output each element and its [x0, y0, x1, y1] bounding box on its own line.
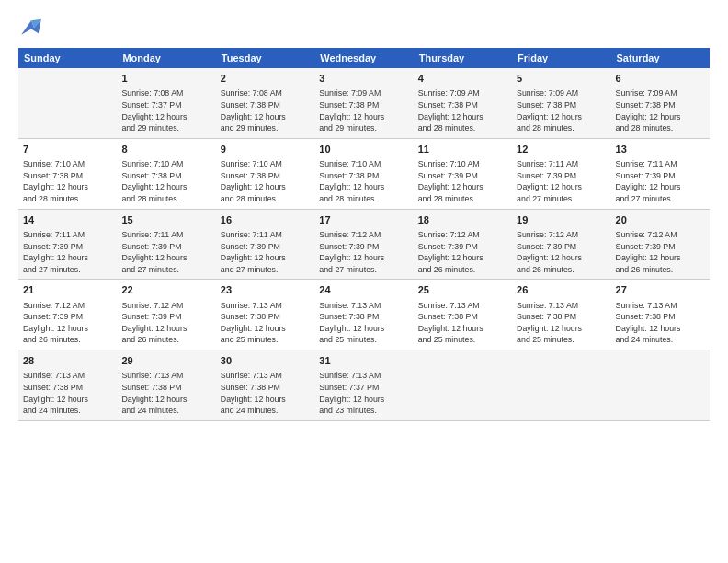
calendar-table: SundayMondayTuesdayWednesdayThursdayFrid…	[18, 48, 710, 421]
day-info: Sunrise: 7:10 AMSunset: 7:38 PMDaylight:…	[319, 159, 384, 203]
day-number: 18	[418, 213, 507, 227]
day-cell: 18Sunrise: 7:12 AMSunset: 7:39 PMDayligh…	[414, 209, 512, 280]
weekday-header-thursday: Thursday	[414, 48, 512, 68]
day-info: Sunrise: 7:13 AMSunset: 7:38 PMDaylight:…	[418, 301, 483, 345]
generalblue-logo-icon	[18, 15, 44, 40]
day-cell: 2Sunrise: 7:08 AMSunset: 7:38 PMDaylight…	[216, 68, 314, 138]
day-cell	[414, 350, 512, 421]
day-cell: 9Sunrise: 7:10 AMSunset: 7:38 PMDaylight…	[216, 138, 314, 209]
day-number: 6	[616, 72, 705, 86]
day-cell: 17Sunrise: 7:12 AMSunset: 7:39 PMDayligh…	[314, 209, 413, 280]
day-cell: 4Sunrise: 7:09 AMSunset: 7:38 PMDaylight…	[414, 68, 512, 138]
day-cell: 3Sunrise: 7:09 AMSunset: 7:38 PMDaylight…	[314, 68, 413, 138]
day-number: 5	[517, 72, 606, 86]
day-info: Sunrise: 7:11 AMSunset: 7:39 PMDaylight:…	[517, 159, 582, 203]
day-info: Sunrise: 7:08 AMSunset: 7:38 PMDaylight:…	[221, 88, 286, 132]
day-cell: 28Sunrise: 7:13 AMSunset: 7:38 PMDayligh…	[18, 350, 117, 421]
day-cell: 5Sunrise: 7:09 AMSunset: 7:38 PMDaylight…	[512, 68, 610, 138]
day-cell: 30Sunrise: 7:13 AMSunset: 7:38 PMDayligh…	[216, 350, 314, 421]
day-info: Sunrise: 7:11 AMSunset: 7:39 PMDaylight:…	[616, 159, 681, 203]
page: SundayMondayTuesdayWednesdayThursdayFrid…	[0, 0, 728, 563]
day-info: Sunrise: 7:13 AMSunset: 7:38 PMDaylight:…	[23, 371, 88, 415]
day-info: Sunrise: 7:12 AMSunset: 7:39 PMDaylight:…	[23, 301, 88, 345]
day-cell: 31Sunrise: 7:13 AMSunset: 7:37 PMDayligh…	[314, 350, 413, 421]
day-number: 9	[221, 143, 310, 156]
day-number: 20	[616, 213, 705, 227]
day-number: 17	[319, 213, 408, 227]
day-info: Sunrise: 7:10 AMSunset: 7:38 PMDaylight:…	[23, 159, 88, 203]
day-number: 24	[319, 283, 408, 297]
day-number: 23	[221, 283, 310, 297]
day-cell: 24Sunrise: 7:13 AMSunset: 7:38 PMDayligh…	[314, 280, 413, 350]
day-number: 25	[418, 283, 507, 297]
day-number: 7	[23, 143, 112, 156]
day-info: Sunrise: 7:08 AMSunset: 7:37 PMDaylight:…	[121, 88, 187, 132]
week-row-2: 7Sunrise: 7:10 AMSunset: 7:38 PMDaylight…	[18, 138, 710, 209]
day-info: Sunrise: 7:11 AMSunset: 7:39 PMDaylight:…	[23, 230, 88, 274]
day-cell: 10Sunrise: 7:10 AMSunset: 7:38 PMDayligh…	[314, 138, 413, 209]
day-info: Sunrise: 7:09 AMSunset: 7:38 PMDaylight:…	[616, 88, 681, 132]
day-info: Sunrise: 7:12 AMSunset: 7:39 PMDaylight:…	[517, 230, 582, 274]
day-number: 26	[517, 283, 606, 297]
day-number: 11	[418, 143, 507, 156]
week-row-4: 21Sunrise: 7:12 AMSunset: 7:39 PMDayligh…	[18, 280, 710, 350]
day-cell: 11Sunrise: 7:10 AMSunset: 7:39 PMDayligh…	[414, 138, 512, 209]
day-number: 28	[23, 354, 112, 368]
day-cell: 15Sunrise: 7:11 AMSunset: 7:39 PMDayligh…	[117, 209, 215, 280]
day-cell: 16Sunrise: 7:11 AMSunset: 7:39 PMDayligh…	[216, 209, 314, 280]
day-info: Sunrise: 7:11 AMSunset: 7:39 PMDaylight:…	[121, 230, 187, 274]
day-number: 19	[517, 213, 606, 227]
day-info: Sunrise: 7:12 AMSunset: 7:39 PMDaylight:…	[319, 230, 384, 274]
logo	[18, 15, 48, 40]
day-info: Sunrise: 7:09 AMSunset: 7:38 PMDaylight:…	[418, 88, 483, 132]
week-row-1: 1Sunrise: 7:08 AMSunset: 7:37 PMDaylight…	[18, 68, 710, 138]
day-cell: 19Sunrise: 7:12 AMSunset: 7:39 PMDayligh…	[512, 209, 610, 280]
day-cell: 25Sunrise: 7:13 AMSunset: 7:38 PMDayligh…	[414, 280, 512, 350]
day-info: Sunrise: 7:12 AMSunset: 7:39 PMDaylight:…	[616, 230, 681, 274]
day-number: 30	[221, 354, 310, 368]
weekday-header-friday: Friday	[512, 48, 610, 68]
day-info: Sunrise: 7:13 AMSunset: 7:37 PMDaylight:…	[319, 371, 384, 415]
day-info: Sunrise: 7:12 AMSunset: 7:39 PMDaylight:…	[418, 230, 483, 274]
day-info: Sunrise: 7:13 AMSunset: 7:38 PMDaylight:…	[616, 301, 681, 345]
day-cell: 20Sunrise: 7:12 AMSunset: 7:39 PMDayligh…	[611, 209, 710, 280]
day-number: 31	[319, 354, 408, 368]
week-row-3: 14Sunrise: 7:11 AMSunset: 7:39 PMDayligh…	[18, 209, 710, 280]
day-cell: 27Sunrise: 7:13 AMSunset: 7:38 PMDayligh…	[611, 280, 710, 350]
day-cell	[611, 350, 710, 421]
weekday-header-tuesday: Tuesday	[216, 48, 314, 68]
day-info: Sunrise: 7:11 AMSunset: 7:39 PMDaylight:…	[221, 230, 286, 274]
day-number: 1	[121, 72, 210, 86]
day-number: 8	[121, 143, 210, 156]
day-number: 2	[221, 72, 310, 86]
weekday-header-monday: Monday	[117, 48, 215, 68]
day-info: Sunrise: 7:10 AMSunset: 7:39 PMDaylight:…	[418, 159, 483, 203]
day-cell: 12Sunrise: 7:11 AMSunset: 7:39 PMDayligh…	[512, 138, 610, 209]
day-number: 13	[616, 143, 705, 156]
day-info: Sunrise: 7:13 AMSunset: 7:38 PMDaylight:…	[221, 301, 286, 345]
day-info: Sunrise: 7:13 AMSunset: 7:38 PMDaylight:…	[517, 301, 582, 345]
day-number: 10	[319, 143, 408, 156]
day-cell: 13Sunrise: 7:11 AMSunset: 7:39 PMDayligh…	[611, 138, 710, 209]
header	[18, 15, 710, 40]
day-number: 4	[418, 72, 507, 86]
day-number: 27	[616, 283, 705, 297]
day-cell: 1Sunrise: 7:08 AMSunset: 7:37 PMDaylight…	[117, 68, 215, 138]
day-cell: 23Sunrise: 7:13 AMSunset: 7:38 PMDayligh…	[216, 280, 314, 350]
day-info: Sunrise: 7:10 AMSunset: 7:38 PMDaylight:…	[221, 159, 286, 203]
day-number: 29	[121, 354, 210, 368]
day-cell: 21Sunrise: 7:12 AMSunset: 7:39 PMDayligh…	[18, 280, 117, 350]
day-info: Sunrise: 7:13 AMSunset: 7:38 PMDaylight:…	[319, 301, 384, 345]
day-number: 3	[319, 72, 408, 86]
day-number: 15	[121, 213, 210, 227]
day-number: 22	[121, 283, 210, 297]
day-info: Sunrise: 7:10 AMSunset: 7:38 PMDaylight:…	[121, 159, 187, 203]
weekday-header-saturday: Saturday	[611, 48, 710, 68]
day-info: Sunrise: 7:13 AMSunset: 7:38 PMDaylight:…	[121, 371, 187, 415]
week-row-5: 28Sunrise: 7:13 AMSunset: 7:38 PMDayligh…	[18, 350, 710, 421]
day-cell: 14Sunrise: 7:11 AMSunset: 7:39 PMDayligh…	[18, 209, 117, 280]
day-cell: 29Sunrise: 7:13 AMSunset: 7:38 PMDayligh…	[117, 350, 215, 421]
day-number: 14	[23, 213, 112, 227]
day-number: 16	[221, 213, 310, 227]
day-info: Sunrise: 7:13 AMSunset: 7:38 PMDaylight:…	[221, 371, 286, 415]
